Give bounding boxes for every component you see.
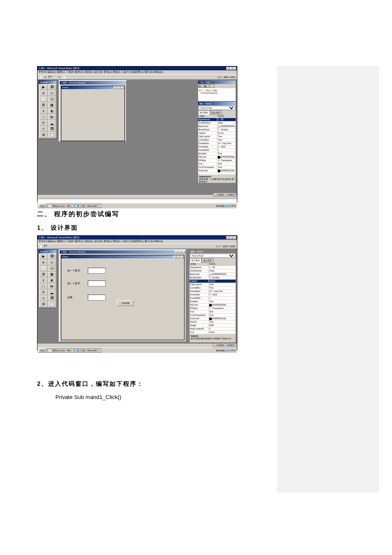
- toolbox-item[interactable]: ⦿: [39, 102, 48, 108]
- toolbox-item[interactable]: 🗁: [48, 114, 56, 120]
- form-surface[interactable]: [61, 89, 124, 140]
- close-button[interactable]: ×: [233, 67, 236, 70]
- property-row[interactable]: HasDCTrue: [190, 321, 236, 324]
- property-row[interactable]: EnabledTrue: [198, 152, 236, 156]
- command-button-calc[interactable]: 计算相乘: [117, 300, 134, 306]
- toolbox-item[interactable]: ⏱: [39, 289, 48, 295]
- property-row[interactable]: Font宋体: [198, 162, 236, 166]
- property-grid[interactable]: (名称)Form1Appearance1 - 3DAutoRedrawFalse…: [198, 115, 236, 174]
- property-row[interactable]: EnabledTrue: [190, 300, 236, 304]
- form-min[interactable]: _: [173, 255, 177, 258]
- toolbox-item[interactable]: A: [39, 90, 48, 96]
- project-tree[interactable]: ⊟ 📁 工程1 (工程1) ⊡ Form1 (Form1): [198, 88, 236, 101]
- tab-category[interactable]: 按分类序: [202, 258, 213, 263]
- menubar[interactable]: 文件(F) 编辑(E) 视图(V) 工程(P) 格式(O) 调试(D) 运行(R…: [37, 70, 237, 74]
- taskbar-item[interactable]: 🔷 工程1 - Microsoft V...: [75, 204, 101, 208]
- property-row[interactable]: CaptionForm1: [190, 280, 236, 283]
- tab-alpha[interactable]: 按字母序: [198, 110, 210, 115]
- form-min[interactable]: _: [114, 86, 117, 89]
- form-designer[interactable]: Form1 _□×: [61, 86, 125, 141]
- object-combo[interactable]: Form1 Form: [199, 106, 235, 110]
- tool-btn[interactable]: ▾: [43, 75, 47, 79]
- toolbox-item[interactable]: ⫿: [39, 108, 48, 114]
- textbox-result[interactable]: [88, 295, 106, 301]
- toolbox-item[interactable]: 📋: [48, 301, 56, 307]
- toolbox-item[interactable]: ▭: [48, 90, 56, 96]
- toolbox-item[interactable]: A: [39, 260, 48, 266]
- label-result[interactable]: 结果: [67, 296, 72, 300]
- property-row[interactable]: FillStyle1 - Transparent: [190, 307, 236, 310]
- toolbox-item[interactable]: ◐: [48, 278, 56, 283]
- toolbox-item[interactable]: ⫿: [39, 278, 48, 283]
- view-object-button[interactable]: ▦: [204, 84, 209, 88]
- tool-btn[interactable]: 📄: [38, 75, 43, 79]
- toolbox-item[interactable]: ☑: [48, 96, 56, 102]
- toggle-folders-button[interactable]: 📁: [210, 84, 215, 88]
- toolbox-item[interactable]: ⊞: [39, 132, 48, 138]
- doc-min[interactable]: _: [175, 250, 179, 253]
- property-row[interactable]: ControlBoxTrue: [198, 139, 236, 142]
- property-row[interactable]: DrawMode13 - Copy Pen: [190, 290, 236, 293]
- toolbox-item[interactable]: ◇: [39, 295, 48, 301]
- form-close[interactable]: ×: [121, 86, 124, 89]
- property-row[interactable]: FillColor&H00000000&: [190, 304, 236, 307]
- tab-alpha[interactable]: 按字母序: [190, 258, 202, 263]
- minimize-button[interactable]: _: [226, 236, 230, 239]
- property-row[interactable]: DrawWidth1: [198, 149, 236, 152]
- toolbox-item[interactable]: 🖾: [48, 126, 56, 132]
- toolbox-item[interactable]: ▶: [39, 254, 48, 260]
- property-row[interactable]: BackColor&H8000000F&: [190, 273, 236, 276]
- toolbox-item[interactable]: 🖾: [48, 295, 56, 301]
- toolbox-item[interactable]: ☑: [48, 266, 56, 272]
- maximize-button[interactable]: □: [230, 67, 233, 70]
- property-row[interactable]: FillColor&H00000000&: [198, 156, 236, 159]
- start-button[interactable]: 开始: [38, 348, 46, 353]
- textbox-second[interactable]: [88, 280, 106, 286]
- toolbox-item[interactable]: ▂: [48, 289, 56, 295]
- property-row[interactable]: Appearance1 - 3D: [198, 118, 236, 121]
- tool-btn[interactable]: 💾: [43, 244, 47, 249]
- toolbox-item[interactable]: ▶: [39, 84, 48, 90]
- toolbox-item[interactable]: ▭: [48, 260, 56, 266]
- toolbox-item[interactable]: 🗁: [48, 283, 56, 289]
- form-surface[interactable]: 第一个数字 第二个数字 结果 计算相乘: [61, 258, 184, 339]
- tree-child[interactable]: Form1 (Form1): [203, 92, 218, 94]
- tool-btn[interactable]: ✂: [57, 75, 61, 79]
- property-row[interactable]: FillStyle1 - Transparent: [198, 159, 236, 162]
- toolbox-item[interactable]: ▦: [48, 272, 56, 278]
- property-row[interactable]: DrawStyle0 - Solid: [190, 293, 236, 297]
- maximize-button[interactable]: □: [230, 236, 233, 239]
- doc-close[interactable]: ×: [182, 250, 185, 253]
- toolbox-item[interactable]: ⬜: [39, 266, 48, 272]
- property-row[interactable]: FontTransparentTrue: [190, 314, 236, 317]
- tab-category[interactable]: 按分类序: [210, 110, 222, 115]
- property-grid[interactable]: (名称)Form1Appearance1 - 3DAutoRedrawFalse…: [190, 263, 236, 334]
- toolbox-item[interactable]: ⏱: [39, 120, 48, 126]
- toolbox-item[interactable]: ◐: [48, 108, 56, 114]
- property-row[interactable]: Font宋体: [190, 310, 236, 314]
- start-button[interactable]: 开始: [38, 204, 46, 208]
- toolbox-item[interactable]: ⊞: [39, 301, 48, 307]
- taskbar-item[interactable]: 📄 VB的认识.doc - Micr...: [47, 204, 74, 208]
- textbox-first[interactable]: [88, 268, 106, 274]
- property-row[interactable]: ForeColor&H80000012&: [190, 317, 236, 321]
- toolbox-item[interactable]: ⬜: [39, 96, 48, 102]
- property-row[interactable]: DrawWidth1: [190, 297, 236, 300]
- property-row[interactable]: AutoRedrawFalse: [198, 121, 236, 125]
- property-row[interactable]: Icon(Icon): [190, 331, 236, 334]
- toolbox-item[interactable]: ⦿: [39, 272, 48, 278]
- tool-btn[interactable]: 💾: [48, 75, 52, 79]
- toolbox-item[interactable]: 🖼: [48, 254, 56, 260]
- property-row[interactable]: Height6030: [190, 324, 236, 327]
- close-button[interactable]: ×: [233, 236, 236, 239]
- doc-max[interactable]: □: [179, 250, 182, 253]
- form-designer[interactable]: Form1 _□× 第一个数字 第二个数字 结果 计算相乘: [61, 255, 184, 340]
- toolbox-item[interactable]: ◇: [39, 126, 48, 132]
- tool-btn[interactable]: 📄: [62, 75, 66, 79]
- taskbar-item[interactable]: 📄 VB的认识.doc - Micr...: [47, 348, 74, 353]
- property-row[interactable]: (名称)Form1: [198, 115, 236, 118]
- tool-btn[interactable]: 📋: [52, 75, 57, 79]
- property-row[interactable]: ClipControlsTrue: [198, 135, 236, 139]
- toolbox-item[interactable]: ⬚: [39, 114, 48, 120]
- form-max[interactable]: □: [117, 86, 121, 89]
